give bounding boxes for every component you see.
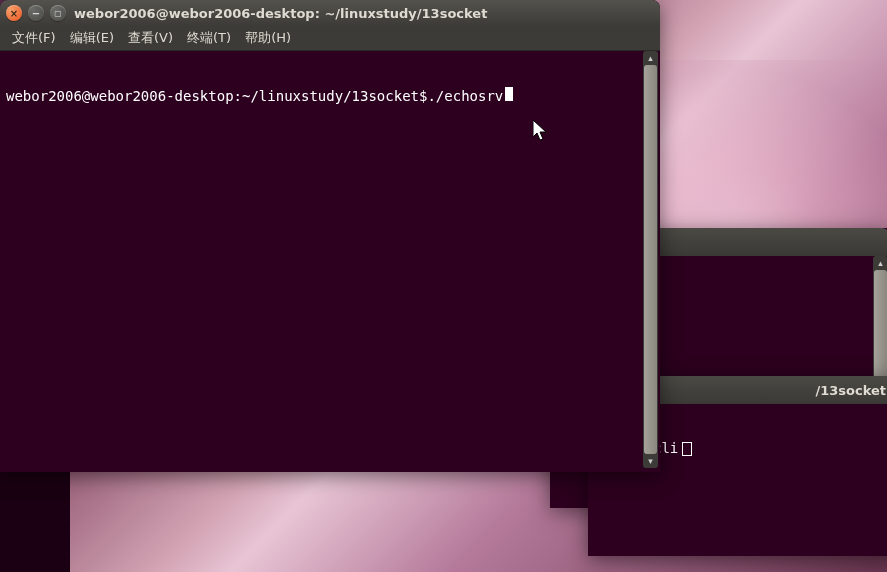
close-icon: × — [10, 8, 18, 19]
maximize-button[interactable]: ▢ — [50, 5, 66, 21]
shell-prompt: webor2006@webor2006-desktop:~/linuxstudy… — [6, 88, 427, 104]
window-controls: × − ▢ — [6, 5, 66, 21]
panel-shadow — [0, 472, 70, 572]
cursor-outline — [682, 442, 692, 456]
scrollbar[interactable]: ▴ ▾ — [643, 51, 658, 468]
menu-help[interactable]: 帮助(H) — [239, 27, 297, 49]
window-title: webor2006@webor2006-desktop: ~/linuxstud… — [74, 6, 487, 21]
menubar: 文件(F) 编辑(E) 查看(V) 终端(T) 帮助(H) — [0, 26, 660, 51]
menu-edit[interactable]: 编辑(E) — [64, 27, 120, 49]
close-button[interactable]: × — [6, 5, 22, 21]
scroll-down-icon[interactable]: ▾ — [643, 454, 658, 468]
menu-view[interactable]: 查看(V) — [122, 27, 179, 49]
menu-terminal[interactable]: 终端(T) — [181, 27, 237, 49]
minimize-icon: − — [32, 8, 40, 19]
prompt-line: webor2006@webor2006-desktop:~/linuxstudy… — [6, 87, 654, 104]
menu-file[interactable]: 文件(F) — [6, 27, 62, 49]
maximize-icon: ▢ — [54, 9, 62, 18]
titlebar[interactable]: × − ▢ webor2006@webor2006-desktop: ~/lin… — [0, 0, 660, 26]
title-fragment: /13socket — [815, 383, 887, 398]
scroll-up-icon[interactable]: ▴ — [873, 256, 887, 270]
scroll-up-icon[interactable]: ▴ — [643, 51, 658, 65]
terminal-body[interactable]: webor2006@webor2006-desktop:~/linuxstudy… — [0, 51, 660, 472]
terminal-window-echosrv[interactable]: × − ▢ webor2006@webor2006-desktop: ~/lin… — [0, 0, 660, 472]
shell-command: ./echosrv — [427, 88, 503, 104]
cursor-block — [505, 87, 513, 101]
scrollbar-track[interactable] — [643, 65, 658, 454]
minimize-button[interactable]: − — [28, 5, 44, 21]
scrollbar-thumb[interactable] — [644, 65, 657, 454]
